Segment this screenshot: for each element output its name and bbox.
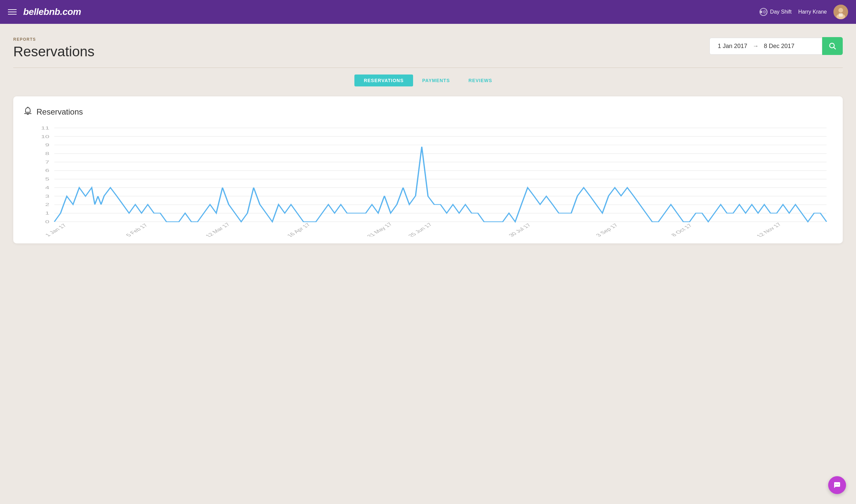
date-search-controls: 1 Jan 2017 → 8 Dec 2017 bbox=[709, 37, 843, 55]
svg-text:5 Feb 17: 5 Feb 17 bbox=[125, 223, 149, 237]
svg-text:7: 7 bbox=[45, 160, 49, 165]
header-right: Day Shift Harry Krane bbox=[759, 5, 848, 19]
avatar[interactable] bbox=[834, 5, 848, 19]
svg-text:1 Jan 17: 1 Jan 17 bbox=[44, 223, 68, 237]
svg-rect-12 bbox=[839, 13, 843, 17]
svg-text:3 Sep 17: 3 Sep 17 bbox=[595, 223, 620, 237]
svg-text:25 Jun 17: 25 Jun 17 bbox=[407, 222, 433, 237]
svg-text:21 May 17: 21 May 17 bbox=[366, 222, 394, 237]
date-end: 8 Dec 2017 bbox=[764, 43, 794, 50]
chart-header: Reservations bbox=[23, 106, 833, 118]
page-header-left: REPORTS Reservations bbox=[13, 37, 95, 60]
main-content: REPORTS Reservations 1 Jan 2017 → 8 Dec … bbox=[0, 24, 856, 257]
svg-line-7 bbox=[766, 10, 766, 11]
header-left: bellebnb.com bbox=[8, 7, 81, 17]
chat-icon bbox=[833, 481, 841, 489]
svg-point-51 bbox=[837, 484, 837, 485]
svg-text:2: 2 bbox=[45, 202, 49, 207]
bell-icon bbox=[23, 106, 33, 118]
svg-text:5: 5 bbox=[45, 177, 49, 181]
tab-reviews[interactable]: REVIEWS bbox=[459, 74, 501, 86]
svg-text:16 Apr 17: 16 Apr 17 bbox=[286, 222, 312, 237]
tab-reservations[interactable]: RESERVATIONS bbox=[355, 74, 413, 86]
day-shift-icon bbox=[759, 8, 768, 16]
svg-point-0 bbox=[764, 11, 766, 13]
reservations-chart-card: Reservations 11 bbox=[13, 96, 843, 244]
section-divider bbox=[13, 68, 843, 68]
reservations-chart: 11 10 9 8 7 6 5 4 3 2 1 0 1 Jan 17 5 Feb… bbox=[23, 124, 833, 237]
search-button[interactable] bbox=[822, 37, 843, 55]
date-start: 1 Jan 2017 bbox=[718, 43, 747, 50]
svg-line-6 bbox=[766, 13, 766, 14]
svg-text:12 Mar 17: 12 Mar 17 bbox=[204, 222, 232, 237]
svg-text:10: 10 bbox=[41, 134, 49, 139]
svg-text:11: 11 bbox=[41, 125, 49, 130]
svg-line-14 bbox=[834, 47, 836, 49]
date-range-selector[interactable]: 1 Jan 2017 → 8 Dec 2017 bbox=[709, 38, 822, 55]
svg-text:3: 3 bbox=[45, 194, 49, 199]
svg-text:9: 9 bbox=[45, 142, 49, 147]
svg-text:12 Nov 17: 12 Nov 17 bbox=[755, 222, 783, 237]
page-header: REPORTS Reservations 1 Jan 2017 → 8 Dec … bbox=[13, 37, 843, 60]
chat-button[interactable] bbox=[828, 476, 846, 494]
svg-text:8: 8 bbox=[45, 151, 49, 156]
chart-title: Reservations bbox=[36, 107, 83, 116]
app-header: bellebnb.com Day Shift Harry Krane bbox=[0, 0, 856, 24]
svg-text:1: 1 bbox=[45, 211, 49, 216]
svg-text:6: 6 bbox=[45, 168, 49, 173]
svg-text:8 Oct 17: 8 Oct 17 bbox=[670, 223, 694, 237]
page-title: Reservations bbox=[13, 44, 95, 60]
tab-payments[interactable]: PAYMENTS bbox=[413, 74, 459, 86]
chart-line bbox=[54, 147, 826, 222]
svg-point-50 bbox=[836, 484, 836, 485]
svg-point-10 bbox=[838, 8, 843, 13]
svg-text:4: 4 bbox=[45, 185, 49, 190]
svg-line-5 bbox=[763, 10, 763, 11]
date-arrow-icon: → bbox=[753, 43, 758, 50]
report-tabs: RESERVATIONS PAYMENTS REVIEWS bbox=[13, 74, 843, 86]
svg-point-52 bbox=[838, 484, 839, 485]
svg-text:0: 0 bbox=[45, 219, 49, 224]
menu-button[interactable] bbox=[8, 9, 17, 15]
app-logo: bellebnb.com bbox=[23, 7, 81, 17]
breadcrumb: REPORTS bbox=[13, 37, 95, 42]
search-icon bbox=[829, 42, 836, 50]
svg-line-8 bbox=[763, 13, 763, 14]
svg-text:30 Jul 17: 30 Jul 17 bbox=[507, 222, 532, 237]
day-shift-label: Day Shift bbox=[770, 9, 792, 15]
day-shift-toggle[interactable]: Day Shift bbox=[759, 8, 792, 16]
user-name: Harry Krane bbox=[798, 9, 827, 15]
